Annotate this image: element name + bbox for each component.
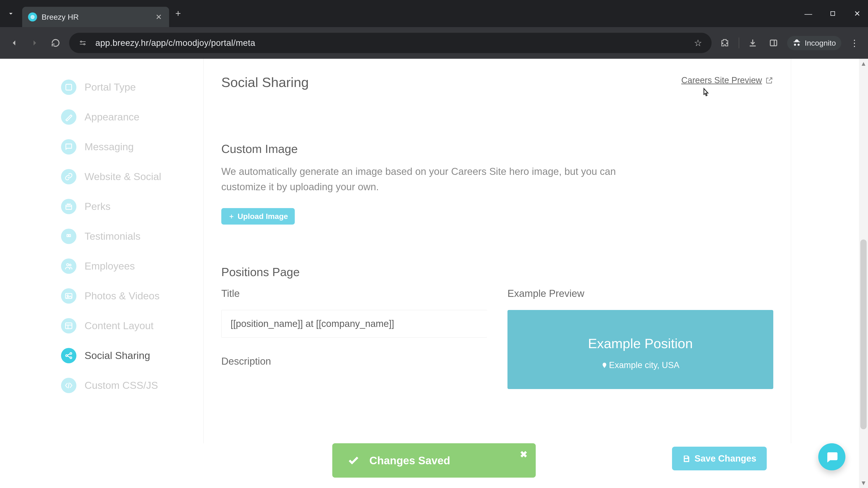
- toast-close-icon[interactable]: ✖: [520, 449, 528, 459]
- location-pin-icon: [601, 362, 608, 368]
- check-icon: [347, 454, 360, 467]
- side-panel-icon[interactable]: [766, 36, 781, 50]
- section-custom-image: Custom Image We automatically generate a…: [221, 142, 773, 225]
- scrollbar-arrow-up-icon[interactable]: ▲: [860, 60, 867, 67]
- sidebar-item-photos-videos[interactable]: Photos & Videos: [61, 281, 185, 311]
- reload-button[interactable]: [49, 36, 63, 50]
- sidebar-item-social-sharing[interactable]: Social Sharing: [61, 341, 185, 370]
- sidebar-item-portal-type[interactable]: Portal Type: [61, 72, 185, 102]
- portal-type-icon: [61, 79, 76, 95]
- back-button[interactable]: [7, 36, 21, 50]
- downloads-icon[interactable]: [745, 36, 760, 50]
- close-window-icon[interactable]: ✕: [850, 7, 864, 20]
- upload-image-label: Upload Image: [238, 212, 288, 221]
- description-field-label: Description: [221, 356, 487, 367]
- browser-menu-icon[interactable]: ⋮: [848, 36, 861, 50]
- section-positions-page: Positions Page Title Description Example…: [221, 265, 773, 389]
- address-bar[interactable]: app.breezy.hr/app/c/moodjoy/portal/meta …: [69, 33, 712, 53]
- scrollbar-thumb[interactable]: [860, 239, 867, 429]
- sidebar-item-label: Appearance: [85, 111, 140, 123]
- site-controls-icon[interactable]: [76, 37, 89, 49]
- sidebar-item-custom-css-js[interactable]: Custom CSS/JS: [61, 370, 185, 400]
- svg-point-6: [67, 264, 69, 266]
- svg-rect-3: [770, 40, 777, 46]
- plus-icon: ＋: [228, 212, 235, 221]
- sidebar-item-testimonials[interactable]: Testimonials: [61, 221, 185, 251]
- layout-icon: [61, 318, 76, 333]
- example-preview-card: Example Position Example city, USA: [507, 310, 773, 389]
- sidebar-item-website-social[interactable]: Website & Social: [61, 162, 185, 192]
- tabs-dropdown-button[interactable]: [4, 7, 18, 20]
- app-canvas: ▲ ▼ Portal TypeAppearanceMessagingWebsit…: [0, 59, 868, 488]
- preview-card-title: Example Position: [588, 336, 693, 351]
- title-field-label: Title: [221, 288, 487, 299]
- share-icon: [61, 348, 76, 363]
- svg-rect-10: [66, 323, 72, 328]
- svg-point-1: [81, 41, 82, 42]
- sidebar-item-content-layout[interactable]: Content Layout: [61, 311, 185, 341]
- page-scrollbar[interactable]: ▲ ▼: [859, 59, 868, 488]
- people-icon: [61, 258, 76, 274]
- browser-tab[interactable]: ⊚ Breezy HR ✕: [22, 7, 169, 27]
- sidebar-item-label: Social Sharing: [85, 350, 150, 361]
- bookmark-star-icon[interactable]: ☆: [692, 37, 704, 49]
- favicon-icon: ⊚: [28, 12, 37, 22]
- save-changes-button[interactable]: Save Changes: [672, 447, 767, 470]
- positions-page-heading: Positions Page: [221, 265, 773, 279]
- tab-close-icon[interactable]: ✕: [154, 12, 163, 22]
- external-link-icon: [765, 76, 773, 85]
- upload-image-button[interactable]: ＋ Upload Image: [221, 208, 295, 225]
- appearance-icon: [61, 109, 76, 125]
- quote-icon: [61, 229, 76, 244]
- save-icon: [682, 455, 690, 463]
- scrollbar-arrow-down-icon[interactable]: ▼: [860, 480, 867, 487]
- extensions-icon[interactable]: [718, 36, 733, 50]
- messaging-icon: [61, 139, 76, 155]
- minimize-icon[interactable]: —: [802, 7, 815, 20]
- sidebar-item-messaging[interactable]: Messaging: [61, 132, 185, 162]
- svg-point-7: [69, 264, 71, 266]
- toast-message: Changes Saved: [369, 454, 450, 467]
- sidebar-item-label: Photos & Videos: [85, 290, 160, 302]
- sidebar-item-label: Perks: [85, 201, 111, 213]
- preview-link-label: Careers Site Preview: [681, 75, 762, 85]
- careers-site-preview-link[interactable]: Careers Site Preview: [681, 74, 773, 85]
- forward-button[interactable]: [28, 36, 42, 50]
- intercom-launcher[interactable]: [818, 443, 845, 470]
- sidebar-item-appearance[interactable]: Appearance: [61, 102, 185, 132]
- new-tab-button[interactable]: +: [171, 7, 185, 20]
- svg-rect-0: [831, 11, 835, 15]
- browser-toolbar: app.breezy.hr/app/c/moodjoy/portal/meta …: [0, 27, 868, 59]
- page-title: Social Sharing: [221, 74, 309, 90]
- sidebar-item-label: Portal Type: [85, 81, 136, 93]
- sidebar-item-label: Messaging: [85, 141, 134, 153]
- incognito-chip[interactable]: Incognito: [787, 36, 841, 50]
- positions-title-input[interactable]: [221, 310, 487, 337]
- sidebar-item-label: Custom CSS/JS: [85, 380, 158, 391]
- sidebar-item-label: Testimonials: [85, 230, 141, 242]
- svg-point-9: [67, 295, 68, 296]
- maximize-icon[interactable]: [826, 7, 839, 20]
- sidebar-item-employees[interactable]: Employees: [61, 251, 185, 281]
- sidebar: Portal TypeAppearanceMessagingWebsite & …: [0, 59, 204, 443]
- chat-icon: [825, 450, 839, 464]
- changes-saved-toast: Changes Saved ✖: [332, 443, 536, 478]
- preview-card-location: Example city, USA: [609, 360, 680, 370]
- photo-icon: [61, 288, 76, 304]
- url-text: app.breezy.hr/app/c/moodjoy/portal/meta: [95, 38, 685, 48]
- main-content: Social Sharing Careers Site Preview Cust…: [204, 59, 791, 443]
- incognito-label: Incognito: [805, 39, 836, 47]
- svg-rect-4: [66, 84, 71, 90]
- save-changes-label: Save Changes: [694, 453, 756, 464]
- svg-rect-5: [66, 205, 71, 209]
- sidebar-item-label: Content Layout: [85, 320, 153, 332]
- svg-point-2: [84, 43, 85, 45]
- browser-tabstrip: ⊚ Breezy HR ✕ + — ✕: [0, 0, 868, 27]
- custom-image-heading: Custom Image: [221, 142, 773, 156]
- sidebar-item-perks[interactable]: Perks: [61, 192, 185, 221]
- sidebar-item-label: Employees: [85, 260, 135, 272]
- tab-title: Breezy HR: [41, 13, 150, 22]
- code-icon: [61, 378, 76, 393]
- example-preview-label: Example Preview: [507, 288, 773, 299]
- custom-image-description: We automatically generate an image based…: [221, 164, 628, 195]
